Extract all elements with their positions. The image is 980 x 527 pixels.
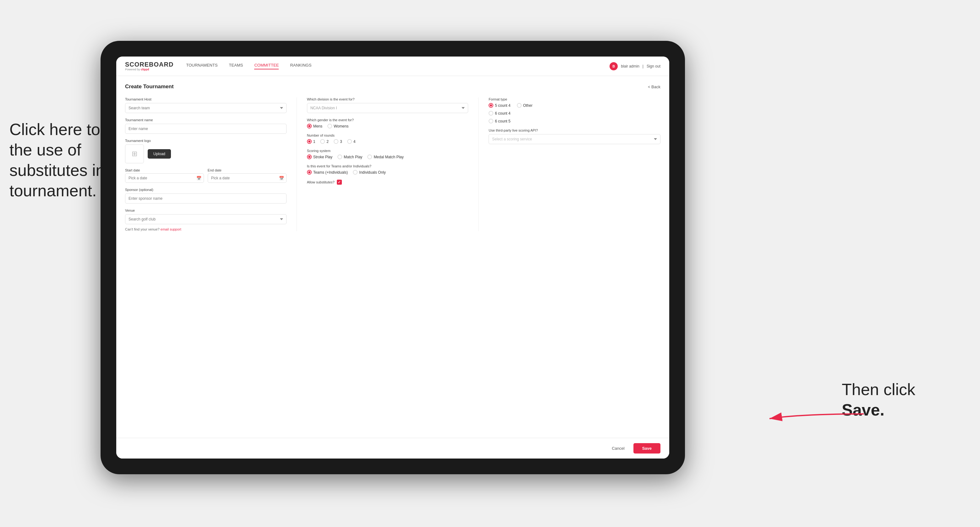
venue-input[interactable] (125, 214, 286, 224)
bottom-bar: Cancel Save (116, 438, 669, 459)
rounds-group: Number of rounds 1 2 (307, 133, 468, 144)
venue-hint-text: Can't find your venue? (125, 227, 160, 231)
nav-signout[interactable]: Sign out (647, 64, 660, 68)
nav-right: B blair admin | Sign out (609, 62, 660, 70)
radio-6c5-label: 6 count 5 (495, 119, 510, 124)
tournament-host-input[interactable] (125, 103, 286, 113)
rounds-1[interactable]: 1 (307, 139, 315, 144)
radio-1-label: 1 (313, 140, 315, 144)
format-row-3: 6 count 5 (488, 119, 660, 124)
venue-group: Venue Can't find your venue? email suppo… (125, 208, 286, 231)
venue-email-link[interactable]: email support (161, 227, 181, 231)
nav-rankings[interactable]: RANKINGS (290, 63, 311, 70)
radio-match-circle (337, 154, 342, 159)
scoring-stroke[interactable]: Stroke Play (307, 154, 332, 159)
division-group: Which division is the event for? NCAA Di… (307, 97, 468, 113)
tournament-host-label: Tournament Host (125, 97, 286, 101)
venue-label: Venue (125, 208, 286, 212)
scoring-medal[interactable]: Medal Match Play (367, 154, 403, 159)
radio-3-circle (334, 139, 339, 144)
powered-by-text: Powered by (125, 68, 140, 71)
radio-medal-label: Medal Match Play (374, 155, 403, 159)
cancel-button[interactable]: Cancel (607, 443, 629, 453)
rounds-2[interactable]: 2 (320, 139, 329, 144)
tournament-logo-label: Tournament logo (125, 139, 286, 143)
event-individuals[interactable]: Individuals Only (353, 170, 386, 175)
format-6count4[interactable]: 6 count 4 (488, 111, 510, 116)
logo-powered: Powered by clippd (125, 68, 173, 71)
sponsor-label: Sponsor (optional) (125, 188, 286, 192)
allow-substitutes-checkbox[interactable]: ✓ (337, 179, 342, 185)
upload-button[interactable]: Upload (148, 149, 171, 159)
radio-other-circle (517, 103, 522, 108)
calendar-icon-end: 📅 (279, 176, 284, 181)
rounds-3[interactable]: 3 (334, 139, 342, 144)
page-title: Create Tournament (125, 84, 174, 90)
save-button[interactable]: Save (633, 443, 660, 454)
nav-tournaments[interactable]: TOURNAMENTS (186, 63, 218, 70)
gender-radio-group: Mens Womens (307, 124, 468, 129)
scoring-match[interactable]: Match Play (337, 154, 362, 159)
format-other[interactable]: Other (517, 103, 533, 108)
format-row-1: 5 count 4 Other (488, 103, 660, 108)
start-date-input[interactable] (125, 173, 204, 183)
radio-other-label: Other (523, 103, 533, 108)
gender-mens[interactable]: Mens (307, 124, 322, 129)
radio-4-label: 4 (353, 140, 356, 144)
format-6count5[interactable]: 6 count 5 (488, 119, 510, 124)
event-teams[interactable]: Teams (+Individuals) (307, 170, 348, 175)
logo-upload-area: ⊞ Upload (125, 144, 286, 163)
radio-6c4-circle (488, 111, 493, 116)
format-5count4[interactable]: 5 count 4 (488, 103, 510, 108)
nav-teams[interactable]: TEAMS (229, 63, 243, 70)
radio-teams-circle (307, 170, 312, 175)
event-for-group: Is this event for Teams and/or Individua… (307, 164, 468, 175)
annotation-right-line1: Then click (842, 380, 915, 398)
end-date-label: End date (208, 168, 286, 172)
radio-3-label: 3 (340, 140, 342, 144)
format-section: 5 count 4 Other 6 count 4 (488, 103, 660, 124)
tournament-name-input[interactable] (125, 124, 286, 134)
gender-womens[interactable]: Womens (328, 124, 348, 129)
nav-username: blair admin (621, 64, 640, 68)
radio-5c4-label: 5 count 4 (495, 103, 510, 108)
radio-match-label: Match Play (344, 155, 362, 159)
radio-stroke-label: Stroke Play (313, 155, 332, 159)
gender-label: Which gender is the event for? (307, 118, 468, 122)
scoring-label: Scoring system (307, 149, 468, 152)
date-row: Start date 📅 End date 📅 (125, 168, 286, 183)
logo-text: SCOREBOARD (125, 61, 173, 68)
end-date-input[interactable] (208, 173, 286, 183)
radio-individuals-label: Individuals Only (359, 170, 386, 175)
logo-placeholder: ⊞ (125, 144, 144, 163)
page-header: Create Tournament < Back (125, 84, 660, 90)
arrow-right (763, 402, 864, 427)
venue-hint: Can't find your venue? email support (125, 227, 286, 231)
start-date-label: Start date (125, 168, 204, 172)
sponsor-group: Sponsor (optional) (125, 188, 286, 203)
calendar-icon-start: 📅 (196, 176, 201, 181)
tablet: SCOREBOARD Powered by clippd TOURNAMENTS… (100, 41, 685, 474)
radio-womens-label: Womens (334, 124, 348, 129)
rounds-4[interactable]: 4 (347, 139, 356, 144)
division-select[interactable]: NCAA Division I (307, 103, 468, 113)
form-col-2: Which division is the event for? NCAA Di… (307, 97, 479, 231)
tournament-name-group: Tournament name (125, 118, 286, 134)
event-for-label: Is this event for Teams and/or Individua… (307, 164, 468, 168)
radio-mens-circle (307, 124, 312, 129)
radio-individuals-circle (353, 170, 358, 175)
rounds-label: Number of rounds (307, 133, 468, 137)
scoring-group: Scoring system Stroke Play Match Play (307, 149, 468, 159)
third-party-label: Use third-party live scoring API? (488, 129, 660, 132)
nav-committee[interactable]: COMMITTEE (254, 63, 279, 70)
sponsor-input[interactable] (125, 194, 286, 203)
format-type-group: Format type 5 count 4 Other (488, 97, 660, 124)
radio-6c5-circle (488, 119, 493, 124)
radio-1-circle (307, 139, 312, 144)
back-link[interactable]: < Back (648, 84, 660, 89)
tournament-logo-group: Tournament logo ⊞ Upload (125, 139, 286, 163)
tablet-screen: SCOREBOARD Powered by clippd TOURNAMENTS… (116, 57, 669, 459)
nav-links: TOURNAMENTS TEAMS COMMITTEE RANKINGS (186, 63, 609, 70)
scoring-service-select[interactable]: Select a scoring service (488, 134, 660, 144)
allow-substitutes-group: Allow substitutes? ✓ (307, 179, 468, 185)
